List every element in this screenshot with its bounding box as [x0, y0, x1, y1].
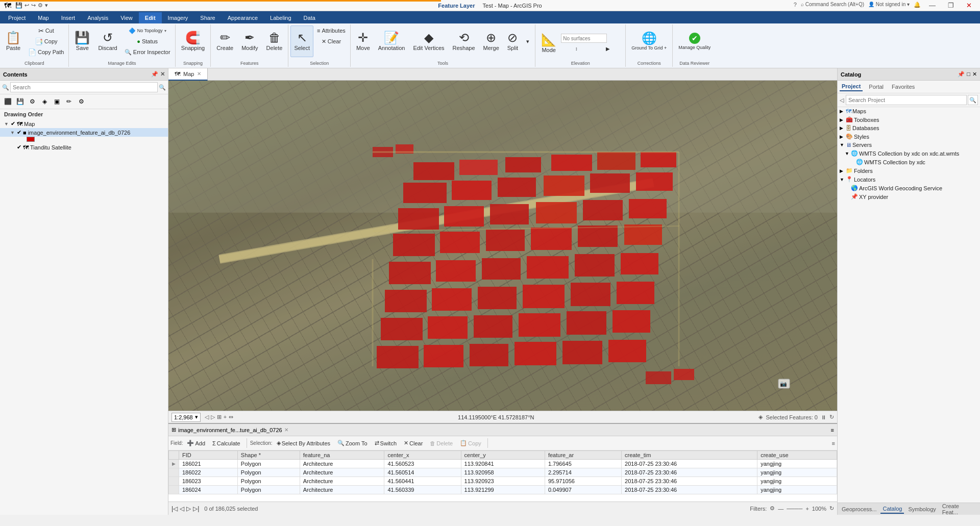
- search-command[interactable]: ⌕ Command Search (Alt+Q): [801, 2, 864, 9]
- source-btn[interactable]: 💾: [14, 96, 26, 107]
- modify-btn[interactable]: ✒ Modify: [238, 26, 261, 57]
- col-header-create-use[interactable]: create_use: [757, 451, 837, 460]
- zoom-to-btn[interactable]: 🔍 Zoom To: [334, 438, 371, 448]
- table-row[interactable]: ▶ 186021 Polygon Architecture 41.560523 …: [169, 460, 837, 468]
- tab-appearance[interactable]: Appearance: [222, 12, 264, 23]
- next-record-btn[interactable]: ▷: [186, 505, 191, 512]
- map-checkbox[interactable]: ✔: [11, 120, 15, 127]
- catalog-item-folders[interactable]: ▶ 📁 Folders: [838, 166, 980, 175]
- group-btn[interactable]: ▣: [51, 96, 62, 107]
- catalog-bottom-tab[interactable]: Catalog: [880, 505, 904, 514]
- snapping-btn[interactable]: 🧲 Snapping: [178, 26, 209, 57]
- clear-selection-btn[interactable]: ✕ Clear: [314, 36, 348, 46]
- col-header-feature-na[interactable]: feature_na: [300, 451, 384, 460]
- col-header-center-y[interactable]: center_y: [461, 451, 545, 460]
- catalog-tab-project[interactable]: Project: [840, 82, 863, 91]
- first-record-btn[interactable]: |◁: [172, 505, 178, 512]
- last-record-btn[interactable]: ▷|: [193, 505, 199, 512]
- filter-settings-btn[interactable]: ⚙: [770, 505, 775, 512]
- discard-btn[interactable]: ↺ Discard: [94, 26, 120, 57]
- tab-share[interactable]: Share: [194, 12, 221, 23]
- ground-to-grid-btn[interactable]: 🌐 Ground To Grid +: [628, 26, 670, 57]
- close-btn[interactable]: ✕: [962, 2, 976, 9]
- select-btn[interactable]: ↖ Select: [290, 26, 313, 57]
- symbology-tab[interactable]: Symbology: [906, 505, 938, 513]
- table-row[interactable]: 186022 Polygon Architecture 41.560514 11…: [169, 468, 837, 477]
- select-by-attributes-btn[interactable]: ◈ Select By Attributes: [274, 438, 333, 448]
- refresh-table-btn[interactable]: ↻: [829, 505, 834, 512]
- quick-save[interactable]: 💾: [15, 2, 22, 9]
- reference-scale-btn[interactable]: ✏: [63, 96, 75, 107]
- elevation-input[interactable]: [561, 34, 607, 43]
- minimize-btn[interactable]: —: [925, 2, 940, 9]
- tab-imagery[interactable]: Imagery: [162, 12, 194, 23]
- split-btn[interactable]: ⊘ Split: [504, 26, 522, 57]
- catalog-item-databases[interactable]: ▶ 🗄 Databases: [838, 124, 980, 132]
- tab-data[interactable]: Data: [298, 12, 322, 23]
- annotation-btn[interactable]: 📝 Annotation: [375, 26, 409, 57]
- catalog-maximize-btn[interactable]: □: [967, 71, 970, 78]
- tree-item-tianditu[interactable]: ✔ 🗺 Tianditu Satellite: [0, 143, 168, 152]
- catalog-item-wmts-child[interactable]: 🌐 WMTS Collection by xdc: [838, 158, 980, 166]
- move-btn[interactable]: ✛ Move: [353, 26, 374, 57]
- manage-quality-btn[interactable]: ✔ Manage Quality: [675, 26, 714, 57]
- col-header-feature-ar[interactable]: feature_ar: [545, 451, 621, 460]
- col-header-center-x[interactable]: center_x: [384, 451, 461, 460]
- fit-page-btn[interactable]: ⊞: [217, 414, 222, 420]
- quick-dropdown[interactable]: ▾: [45, 2, 48, 9]
- attr-tab-close[interactable]: ✕: [284, 427, 288, 433]
- help-button[interactable]: ?: [794, 2, 797, 9]
- catalog-search-submit[interactable]: 🔍: [968, 95, 978, 105]
- next-extent-btn[interactable]: ▷: [211, 414, 215, 420]
- catalog-close-btn[interactable]: ✕: [972, 71, 977, 78]
- attr-table-menu-btn[interactable]: ≡: [831, 427, 834, 433]
- paste-btn[interactable]: 📋 Paste: [2, 26, 24, 57]
- geoprocess-tab[interactable]: Geoprocess...: [840, 505, 878, 513]
- prev-record-btn[interactable]: ◁: [180, 505, 184, 512]
- delete-row-btn[interactable]: 🗑 Delete: [427, 439, 456, 448]
- tree-item-feature-layer[interactable]: ▼ ✔ ■ image_environment_feature_ai_db_07…: [0, 128, 168, 137]
- copy-btn[interactable]: 📑 Copy: [26, 36, 66, 46]
- catalog-item-maps[interactable]: ▶ 🗺 Maps: [838, 107, 980, 115]
- mode-btn[interactable]: 📐 Mode: [537, 28, 560, 59]
- feature-layer-checkbox[interactable]: ✔: [17, 129, 21, 136]
- attr-table-data[interactable]: FID Shape * feature_na center_x center_y…: [168, 450, 837, 502]
- tianditu-checkbox[interactable]: ✔: [17, 144, 21, 151]
- catalog-item-locators[interactable]: ▼ 📍 Locators: [838, 175, 980, 184]
- tab-analysis[interactable]: Analysis: [81, 12, 114, 23]
- catalog-back-btn[interactable]: ◁: [840, 97, 844, 104]
- tree-item-map[interactable]: ▼ ✔ 🗺 Map: [0, 119, 168, 128]
- delete-feature-btn[interactable]: 🗑 Delete: [263, 26, 286, 57]
- pause-refresh-btn[interactable]: ⏸: [821, 414, 826, 420]
- quick-settings[interactable]: ⚙: [38, 2, 43, 9]
- copy-path-btn[interactable]: 📄 Copy Path: [26, 47, 66, 57]
- status-btn[interactable]: ● Status: [122, 36, 173, 46]
- elevation-more-btn[interactable]: ▶: [593, 44, 623, 53]
- map-tab[interactable]: 🗺 Map ✕: [168, 68, 208, 81]
- catalog-item-xy-provider[interactable]: 📌 XY provider: [838, 192, 980, 201]
- copy-row-btn[interactable]: 📋 Copy: [457, 438, 484, 448]
- tab-edit[interactable]: Edit: [139, 12, 162, 23]
- col-header-fid[interactable]: FID: [179, 451, 238, 460]
- col-header-create-tim[interactable]: create_tim: [622, 451, 757, 460]
- map-overview-btn[interactable]: ⇔: [229, 414, 233, 420]
- catalog-item-styles[interactable]: ▶ 🎨 Styles: [838, 132, 980, 141]
- table-row[interactable]: 186024 Polygon Architecture 41.560339 11…: [169, 486, 837, 494]
- add-layer-btn[interactable]: +: [224, 414, 227, 420]
- calculate-btn[interactable]: Σ Calculate: [209, 439, 243, 448]
- quick-redo[interactable]: ↪: [31, 2, 36, 9]
- account-status[interactable]: 👤 Not signed in ▾: [868, 2, 910, 9]
- col-header-shape[interactable]: Shape *: [237, 451, 300, 460]
- tab-project[interactable]: Project: [2, 12, 32, 23]
- attr-table-settings-btn[interactable]: ≡: [832, 440, 835, 446]
- draw-order-btn[interactable]: ⬛: [2, 96, 13, 107]
- clear-selection-table-btn[interactable]: ✕ Clear: [401, 438, 426, 448]
- refresh-btn[interactable]: ↻: [829, 414, 834, 420]
- attributes-btn[interactable]: ≡ Attributes: [314, 26, 348, 36]
- cut-btn[interactable]: ✂ Cut: [26, 26, 66, 36]
- filter-btn[interactable]: ◈: [39, 96, 50, 107]
- quick-undo[interactable]: ↩: [24, 2, 29, 9]
- tab-map[interactable]: Map: [32, 12, 55, 23]
- tab-view[interactable]: View: [114, 12, 139, 23]
- scale-selector[interactable]: 1:2,968 ▾: [172, 413, 201, 422]
